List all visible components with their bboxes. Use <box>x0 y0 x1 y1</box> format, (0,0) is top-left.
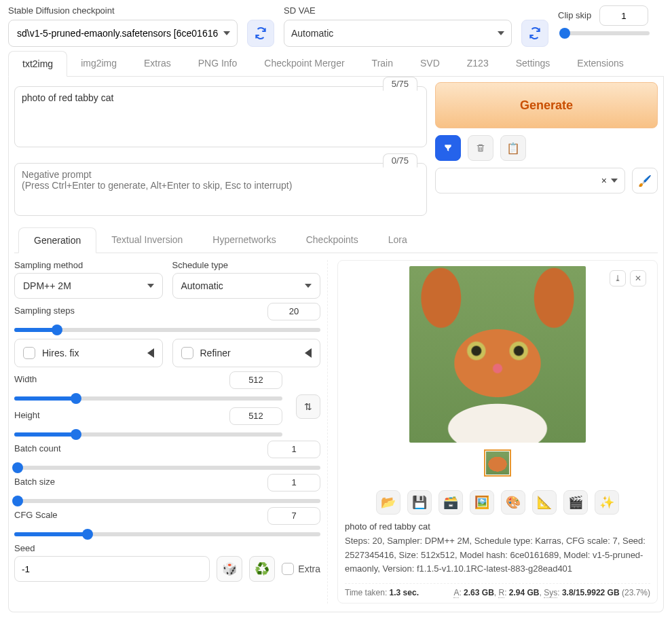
batch-size-value[interactable]: 1 <box>267 474 320 492</box>
sampling-method-value: DPM++ 2M <box>23 280 71 291</box>
vae-select[interactable]: Automatic <box>284 20 512 47</box>
tab-settings[interactable]: Settings <box>502 51 564 76</box>
sub-tab-textual-inversion[interactable]: Textual Inversion <box>96 227 198 253</box>
width-value[interactable]: 512 <box>229 371 282 389</box>
refiner-label: Refiner <box>200 348 231 358</box>
tab-png-info[interactable]: PNG Info <box>185 51 251 76</box>
x-icon: × <box>601 175 607 186</box>
clear-button[interactable] <box>468 135 493 161</box>
pin-button[interactable] <box>435 135 461 161</box>
save-zip-button[interactable]: 🗃️ <box>438 490 463 515</box>
refiner-accordion[interactable]: Refiner <box>172 339 321 367</box>
clip-skip-slider[interactable] <box>559 31 650 35</box>
tab-train[interactable]: Train <box>358 51 407 76</box>
reuse-seed-button[interactable]: ♻️ <box>249 556 275 582</box>
caret-down-icon <box>223 31 230 35</box>
result-image[interactable] <box>409 266 586 443</box>
seed-extra-label: Extra <box>298 563 320 574</box>
caret-down-icon <box>611 179 618 183</box>
main-tabs: txt2imgimg2imgExtrasPNG InfoCheckpoint M… <box>8 51 664 77</box>
refresh-checkpoint-button[interactable] <box>247 20 274 47</box>
steps-value[interactable]: 20 <box>267 303 320 320</box>
batch-count-slider[interactable] <box>14 466 320 470</box>
width-slider[interactable] <box>14 396 282 401</box>
hires-fix-checkbox[interactable] <box>23 347 35 359</box>
upscale-button[interactable]: ✨ <box>595 490 619 515</box>
collapse-icon <box>305 348 312 358</box>
cfg-value[interactable]: 7 <box>267 507 320 525</box>
open-folder-button[interactable]: 📂 <box>376 490 400 515</box>
checkpoint-label: Stable Diffusion checkpoint <box>8 5 238 16</box>
tab-txt2img[interactable]: txt2img <box>8 51 67 77</box>
paste-button[interactable]: 📋 <box>500 135 526 161</box>
clip-skip-label: Clip skip <box>558 10 594 20</box>
tab-z123[interactable]: Z123 <box>453 51 502 76</box>
caret-down-icon <box>147 284 154 288</box>
sub-tab-lora[interactable]: Lora <box>373 227 422 253</box>
swap-dimensions-button[interactable]: ⇅ <box>296 394 320 419</box>
negative-prompt-input[interactable] <box>14 163 427 216</box>
schedule-label: Schedule type <box>172 260 321 270</box>
send-img2img-button[interactable]: 🖼️ <box>470 490 494 515</box>
send-inpaint-button[interactable]: 🎨 <box>501 490 525 515</box>
refiner-checkbox[interactable] <box>181 347 193 359</box>
height-value[interactable]: 512 <box>229 407 282 425</box>
seed-extra-checkbox[interactable] <box>282 563 294 575</box>
caret-down-icon <box>498 31 504 35</box>
batch-count-value[interactable]: 1 <box>267 441 320 458</box>
schedule-value: Automatic <box>181 280 223 291</box>
clip-skip-input[interactable] <box>599 5 648 26</box>
send-extras-button[interactable]: 📐 <box>532 490 557 515</box>
generate-button[interactable]: Generate <box>435 82 658 128</box>
result-thumbnail[interactable] <box>484 449 511 477</box>
collapse-icon <box>147 348 154 358</box>
download-image-button[interactable]: ⤓ <box>610 270 626 286</box>
neg-token-count: 0/75 <box>383 153 417 168</box>
pos-token-count: 5/75 <box>383 77 417 91</box>
tab-img2img[interactable]: img2img <box>67 51 130 76</box>
tab-svd[interactable]: SVD <box>407 51 453 76</box>
vae-value: Automatic <box>291 28 333 39</box>
cfg-slider[interactable] <box>14 532 320 536</box>
tab-checkpoint-merger[interactable]: Checkpoint Merger <box>250 51 358 76</box>
sampling-method-select[interactable]: DPM++ 2M <box>14 273 163 299</box>
time-taken: Time taken: 1.3 sec. <box>345 588 419 597</box>
refresh-vae-button[interactable] <box>521 20 548 47</box>
schedule-select[interactable]: Automatic <box>172 273 321 299</box>
tab-extras[interactable]: Extras <box>130 51 185 76</box>
styles-select[interactable]: × <box>435 168 625 193</box>
sampling-method-label: Sampling method <box>14 260 163 270</box>
random-seed-button[interactable]: 🎲 <box>217 556 242 582</box>
checkpoint-value[interactable] <box>16 27 223 39</box>
checkpoint-select[interactable] <box>8 20 238 47</box>
edit-styles-button[interactable]: 🖌️ <box>632 168 658 193</box>
batch-size-slider[interactable] <box>14 499 320 503</box>
memory-stats: A: 2.63 GB, R: 2.94 GB, Sys: 3.8/15.9922… <box>453 588 650 597</box>
sub-tab-generation[interactable]: Generation <box>18 227 96 253</box>
save-button[interactable]: 💾 <box>407 490 432 515</box>
seed-label: Seed <box>14 543 320 553</box>
result-prompt-echo: photo of red tabby cat <box>345 520 650 534</box>
close-preview-button[interactable]: ✕ <box>630 270 646 286</box>
height-slider[interactable] <box>14 432 282 437</box>
sub-tab-hypernetworks[interactable]: Hypernetworks <box>198 227 291 253</box>
hires-fix-label: Hires. fix <box>42 348 79 358</box>
vae-label: SD VAE <box>284 5 512 16</box>
steps-slider[interactable] <box>14 328 320 332</box>
sub-tabs: GenerationTextual InversionHypernetworks… <box>14 227 658 253</box>
send-svd-button[interactable]: 🎬 <box>563 490 588 515</box>
result-details: Steps: 20, Sampler: DPM++ 2M, Schedule t… <box>345 534 650 576</box>
prompt-input[interactable] <box>14 86 427 147</box>
tab-extensions[interactable]: Extensions <box>563 51 637 76</box>
sub-tab-checkpoints[interactable]: Checkpoints <box>291 227 373 253</box>
hires-fix-accordion[interactable]: Hires. fix <box>14 339 163 367</box>
seed-input[interactable] <box>14 556 210 582</box>
caret-down-icon <box>305 284 312 288</box>
